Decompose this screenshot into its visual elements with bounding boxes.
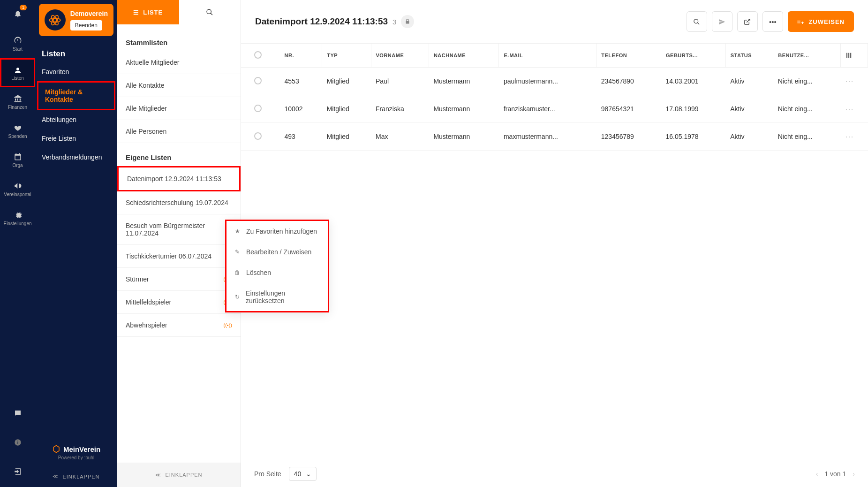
pager-next[interactable]: ›	[853, 470, 855, 478]
svg-text:i: i	[17, 440, 18, 445]
tab-search[interactable]	[179, 0, 241, 24]
svg-line-9	[698, 23, 700, 24]
list-item[interactable]: Besuch vom Bürgermeister 11.07.2024	[117, 214, 241, 245]
sidebar-item[interactable]: Freie Listen	[35, 129, 117, 148]
header-send-button[interactable]	[712, 11, 732, 32]
context-menu-item[interactable]: 🗑Löschen	[226, 262, 328, 283]
rail-item-megaphone[interactable]: Vereinsportal	[0, 175, 35, 204]
live-indicator-icon: ((•))	[223, 322, 232, 328]
list-item[interactable]: Alle Mitglieder	[117, 97, 241, 120]
data-table: NR.TYPVORNAMENACHNAMEE-MAILTELEFONGEBURT…	[241, 44, 868, 151]
select-all-checkbox[interactable]	[254, 51, 262, 59]
svg-rect-13	[850, 53, 851, 58]
rail-item-bell[interactable]: 1	[0, 0, 35, 29]
svg-line-7	[211, 13, 212, 15]
column-header[interactable]: BENUTZE...	[773, 44, 841, 68]
context-icon: ↻	[234, 294, 240, 300]
table-row[interactable]: 4553MitgliedPaulMustermannpaulmustermann…	[241, 68, 868, 95]
record-count: 3	[392, 18, 396, 26]
sidebar-item[interactable]: Verbandsmeldungen	[35, 148, 117, 167]
list-icon: ☰	[133, 9, 139, 16]
rail-item-gear[interactable]: Einstellungen	[0, 204, 35, 233]
column-header[interactable]: TELEFON	[596, 44, 661, 68]
tab-liste[interactable]: ☰ LISTE	[117, 0, 179, 24]
svg-rect-11	[846, 53, 847, 58]
external-link-icon	[744, 18, 751, 25]
rail-item-bank[interactable]: Finanzen	[0, 87, 35, 116]
column-header[interactable]: NR.	[280, 44, 322, 68]
context-menu-item[interactable]: ✎Bearbeiten / Zuweisen	[226, 242, 328, 262]
rail-item-info[interactable]: i	[0, 429, 35, 458]
page-title: Datenimport 12.9.2024 11:13:53	[255, 16, 388, 27]
search-icon	[206, 8, 213, 16]
main-content: Datenimport 12.9.2024 11:13:53 3 ••• ≡₊ …	[241, 0, 868, 487]
org-logo	[45, 9, 66, 30]
rail-item-dashboard[interactable]: Start	[0, 29, 35, 58]
list-section-header: Eigene Listen	[117, 143, 241, 166]
column-header[interactable]: E-MAIL	[499, 44, 596, 68]
rail-item-users[interactable]: Listen	[0, 58, 35, 87]
users-icon	[14, 65, 22, 74]
column-header[interactable]: NACHNAME	[429, 44, 499, 68]
row-checkbox[interactable]	[254, 77, 262, 84]
table-row[interactable]: 493MitgliedMaxMustermannmaxmustermann...…	[241, 123, 868, 151]
lock-button[interactable]	[401, 15, 414, 28]
exit-button[interactable]: Beenden	[70, 20, 102, 30]
assign-icon: ≡₊	[797, 18, 805, 25]
panel-collapse-button[interactable]: ≪ EINKLAPPEN	[117, 463, 241, 487]
column-header[interactable]: TYP	[322, 44, 371, 68]
row-checkbox[interactable]	[254, 105, 262, 112]
sidebar-item[interactable]: Abteilungen	[35, 110, 117, 129]
row-checkbox[interactable]	[254, 132, 262, 140]
list-item[interactable]: Mittelfeldspieler((•))	[117, 291, 241, 314]
row-more-button[interactable]: ⋯	[845, 76, 853, 86]
list-item[interactable]: Abwehrspieler((•))	[117, 314, 241, 337]
column-header[interactable]: GEBURTS...	[661, 44, 726, 68]
notification-badge: 1	[20, 5, 27, 10]
column-header[interactable]: VORNAME	[371, 44, 429, 68]
sidebar-item[interactable]: Mitglieder & Kontakte	[37, 81, 115, 110]
svg-point-6	[207, 9, 211, 14]
svg-rect-12	[848, 53, 849, 58]
list-item[interactable]: Tischkickerturnier 06.07.2024	[117, 245, 241, 268]
header-more-button[interactable]: •••	[762, 11, 783, 32]
assign-button[interactable]: ≡₊ ZUWEISEN	[788, 11, 854, 32]
megaphone-icon	[14, 182, 22, 190]
header-export-button[interactable]	[737, 11, 758, 32]
rail-item-logout[interactable]	[0, 458, 35, 487]
rail-item-hands[interactable]: Spenden	[0, 116, 35, 145]
context-icon: ★	[234, 228, 241, 235]
svg-point-2	[53, 18, 57, 22]
list-item[interactable]: Schiedsrichterschulung 19.07.2024	[117, 191, 241, 214]
list-item[interactable]: Stürmer((•))	[117, 268, 241, 291]
context-menu-item[interactable]: ★Zu Favoriten hinzufügen	[226, 221, 328, 242]
sidebar-collapse-button[interactable]: ≪ EINKLAPPEN	[35, 466, 117, 487]
list-item[interactable]: Datenimport 12.9.2024 11:13:53	[117, 166, 241, 191]
list-item[interactable]: Alle Kontakte	[117, 74, 241, 97]
pager-prev[interactable]: ‹	[816, 470, 818, 478]
list-section-header: Stammlisten	[117, 28, 241, 51]
icon-rail: 1StartListenFinanzenSpendenOrgaVereinspo…	[0, 0, 35, 487]
header-search-button[interactable]	[687, 11, 707, 32]
columns-config-button[interactable]	[840, 44, 868, 68]
table-row[interactable]: 10002MitgliedFranziskaMustermannfranzisk…	[241, 95, 868, 123]
search-icon	[693, 18, 700, 25]
rail-item-calendar[interactable]: Orga	[0, 145, 35, 175]
list-item[interactable]: Aktuelle Mitglieder	[117, 51, 241, 74]
row-more-button[interactable]: ⋯	[845, 104, 853, 114]
context-menu-item[interactable]: ↻Einstellungen zurücksetzen	[226, 283, 328, 311]
page-size-select[interactable]: 40 ⌄	[289, 467, 317, 481]
column-header[interactable]: STATUS	[725, 44, 773, 68]
rail-item-chat[interactable]	[0, 400, 35, 429]
sidebar-item[interactable]: Favoriten	[35, 62, 117, 81]
dashboard-icon	[14, 36, 22, 45]
row-more-button[interactable]: ⋯	[845, 132, 853, 141]
chat-icon	[14, 409, 22, 418]
pager-text: 1 von 1	[824, 470, 846, 478]
list-item[interactable]: Alle Personen	[117, 120, 241, 143]
table-footer: Pro Seite 40 ⌄ ‹ 1 von 1 ›	[241, 460, 868, 487]
logout-icon	[14, 467, 22, 476]
list-panel: ☰ LISTE StammlistenAktuelle MitgliederAl…	[117, 0, 241, 487]
chevron-down-icon: ⌄	[306, 470, 311, 478]
send-icon	[718, 18, 725, 25]
